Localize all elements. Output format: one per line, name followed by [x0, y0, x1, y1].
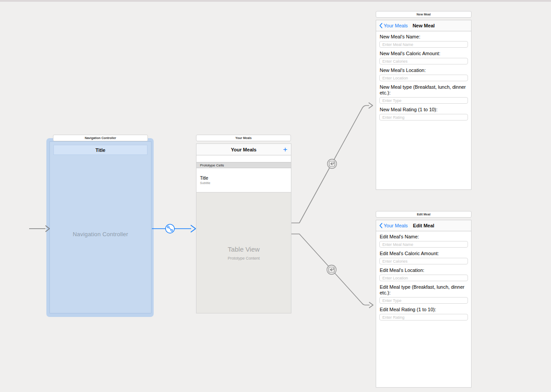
- meal-name-field[interactable]: [379, 241, 468, 248]
- form-row: New Meal Rating (1 to 10):: [379, 107, 468, 121]
- navigation-controller-label: Navigation Controller: [50, 155, 151, 313]
- navigation-bar-title: Title: [95, 147, 105, 153]
- back-button-label: Your Meals: [384, 223, 408, 228]
- your-meals-nav-title: Your Meals: [231, 147, 257, 152]
- location-field[interactable]: [379, 275, 468, 281]
- your-meals-scene[interactable]: Your Meals + Prototype Cells Title Subti…: [196, 143, 291, 313]
- relationship-segue-icon[interactable]: [166, 224, 174, 233]
- caloric-amount-label: New Meal's Caloric Amount:: [380, 51, 468, 57]
- scene-dock-navigation-controller[interactable]: Navigation Controller: [53, 135, 148, 141]
- meal-rating-label: New Meal Rating (1 to 10):: [380, 107, 468, 113]
- meal-type-label: Edit Meal type (Breakfast, lunch, dinner…: [380, 284, 468, 296]
- edit-meal-nav-bar[interactable]: Your Meals Edit Meal: [376, 220, 471, 231]
- form-row: Edit Meal Rating (1 to 10):: [379, 307, 468, 320]
- navigation-controller-scene[interactable]: Title Navigation Controller: [49, 141, 151, 313]
- location-label: New Meal's Location:: [380, 68, 468, 73]
- new-meal-scene[interactable]: Your Meals New Meal New Meal's Name: New…: [376, 20, 472, 190]
- segue-to-edit-meal[interactable]: [291, 234, 373, 308]
- back-button[interactable]: Your Meals: [379, 220, 408, 231]
- scene-dock-your-meals[interactable]: Your Meals: [196, 135, 291, 141]
- form-row: Edit Meal's Location:: [379, 268, 468, 281]
- new-meal-nav-title: New Meal: [412, 23, 434, 28]
- add-button[interactable]: +: [283, 145, 287, 153]
- back-chevron-icon: [379, 23, 382, 28]
- table-view-area[interactable]: Table View Prototype Content: [196, 192, 291, 313]
- meal-name-label: New Meal's Name:: [380, 34, 468, 40]
- location-field[interactable]: [379, 75, 468, 81]
- location-label: Edit Meal's Location:: [380, 268, 468, 273]
- form-row: New Meal type (Breakfast, lunch, dinner …: [379, 84, 468, 104]
- edit-meal-form: Edit Meal's Name: Edit Meal's Caloric Am…: [376, 231, 471, 324]
- caloric-amount-field[interactable]: [379, 258, 468, 264]
- meal-type-label: New Meal type (Breakfast, lunch, dinner …: [380, 84, 468, 96]
- scene-dock-edit-meal[interactable]: Edit Meal: [376, 211, 472, 218]
- window-edge-strip: [0, 0, 551, 2]
- form-row: Edit Meal type (Breakfast, lunch, dinner…: [379, 284, 468, 304]
- meal-name-field[interactable]: [379, 41, 468, 48]
- prototype-cells-label: Prototype Cells: [200, 163, 224, 167]
- meal-rating-field[interactable]: [379, 314, 468, 320]
- back-button-label: Your Meals: [384, 23, 408, 28]
- new-meal-nav-bar[interactable]: Your Meals New Meal: [376, 20, 471, 31]
- back-button[interactable]: Your Meals: [379, 20, 408, 31]
- scene-dock-new-meal[interactable]: New Meal: [376, 11, 472, 18]
- back-chevron-icon: [379, 223, 382, 228]
- push-segue-icon[interactable]: [327, 265, 336, 275]
- table-view-label: Table View: [228, 245, 260, 253]
- form-row: New Meal's Name:: [379, 34, 468, 48]
- new-meal-form: New Meal's Name: New Meal's Caloric Amou…: [376, 31, 471, 124]
- edit-meal-scene[interactable]: Your Meals Edit Meal Edit Meal's Name: E…: [376, 220, 472, 388]
- meal-type-field[interactable]: [379, 297, 468, 304]
- meal-name-label: Edit Meal's Name:: [380, 234, 468, 240]
- push-segue-icon[interactable]: [328, 159, 337, 169]
- prototype-cell[interactable]: Title Subtitle: [196, 168, 291, 192]
- meal-rating-label: Edit Meal Rating (1 to 10):: [380, 307, 468, 313]
- edit-meal-nav-title: Edit Meal: [413, 223, 434, 228]
- form-row: Edit Meal's Caloric Amount:: [379, 251, 468, 264]
- table-top-gap: [196, 155, 291, 162]
- prototype-cells-header: Prototype Cells: [196, 162, 291, 168]
- relationship-segue-arrow[interactable]: [152, 224, 196, 233]
- meal-type-field[interactable]: [379, 97, 468, 104]
- your-meals-nav-bar[interactable]: Your Meals +: [196, 144, 291, 155]
- segue-to-new-meal[interactable]: [291, 103, 373, 223]
- prototype-content-label: Prototype Content: [228, 256, 260, 260]
- cell-subtitle: Subtitle: [200, 181, 291, 185]
- navigation-bar[interactable]: Title: [53, 145, 147, 155]
- caloric-amount-label: Edit Meal's Caloric Amount:: [380, 251, 468, 256]
- meal-rating-field[interactable]: [379, 114, 468, 121]
- form-row: New Meal's Caloric Amount:: [379, 51, 468, 64]
- form-row: New Meal's Location:: [379, 68, 468, 81]
- form-row: Edit Meal's Name:: [379, 234, 468, 248]
- caloric-amount-field[interactable]: [379, 58, 468, 64]
- cell-title: Title: [200, 176, 291, 181]
